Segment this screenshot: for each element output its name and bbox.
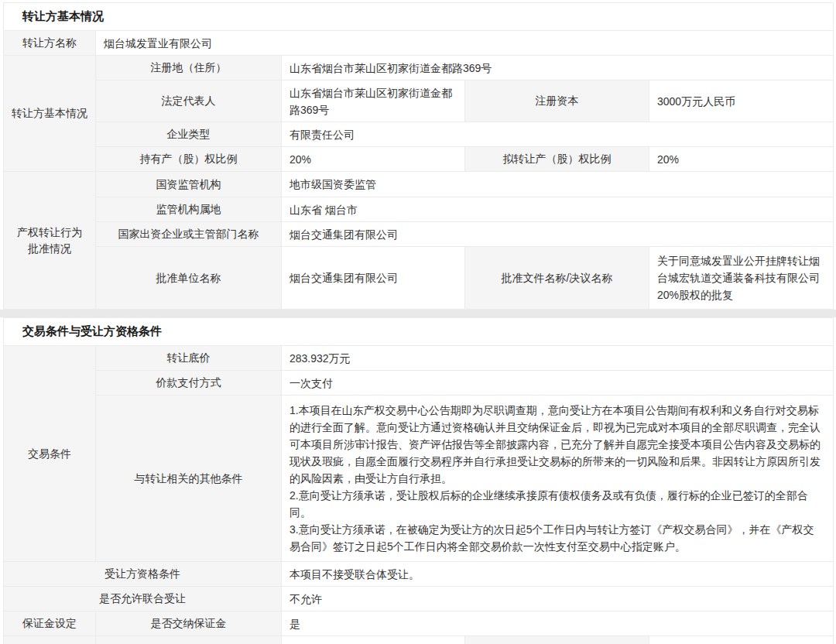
field-label-enterprise-type: 企业类型 (96, 122, 282, 147)
field-value-registered-capital: 3000万元人民币 (649, 80, 834, 122)
other-conditions-paragraph: 3.意向受让方须承诺，在被确定为受让方的次日起5个工作日内与转让方签订《产权交易… (290, 521, 824, 555)
field-label-state-investor-name: 国家出资企业或主管部门名称 (96, 222, 282, 247)
field-value-deposit-deadline: 挂牌截止日17:00前（以银行到账时间为准） (649, 636, 834, 644)
field-value-deposit-amount: 85 (282, 636, 465, 644)
field-value-sasac-authority: 地市级国资委监管 (282, 172, 834, 197)
group-label-transferor-basic: 转让方基本情况 (4, 56, 96, 172)
field-value-held-equity-ratio: 20% (282, 147, 465, 172)
field-label-deposit-deadline: 保证金交纳截止时间要求 (465, 636, 649, 644)
group-label-deposit-setting: 保证金设定 (4, 611, 96, 636)
other-conditions-paragraph: 1.本项目在山东产权交易中心公告期即为尽职调查期，意向受让方在本项目公告期间有权… (290, 402, 824, 487)
section-title-transferor: 转让方基本情况 (4, 3, 834, 31)
field-value-authority-region: 山东省 烟台市 (282, 197, 834, 222)
field-value-enterprise-type: 有限责任公司 (282, 122, 834, 147)
field-label-authority-region: 监管机构属地 (96, 197, 282, 222)
field-label-approval-document: 批准文件名称/决议名称 (465, 247, 649, 310)
field-value-floor-price: 283.932万元 (282, 346, 834, 371)
field-label-floor-price: 转让底价 (96, 346, 282, 371)
field-label-registered-capital: 注册资本 (465, 80, 649, 122)
field-label-joint-transfer-allowed: 是否允许联合受让 (4, 587, 282, 611)
field-label-deposit-required: 是否交纳保证金 (96, 611, 282, 636)
other-conditions-paragraph: 2.意向受让方须承诺，受让股权后标的企业继续承接原有债权债务及或有负债，履行标的… (290, 487, 824, 521)
field-value-transferor-name: 烟台城发置业有限公司 (96, 31, 834, 56)
field-label-transferor-name: 转让方名称 (4, 31, 96, 56)
field-label-approval-unit: 批准单位名称 (96, 247, 282, 310)
section-title-conditions: 交易条件与受让方资格条件 (4, 318, 834, 346)
field-label-sasac-authority: 国资监管机构 (96, 172, 282, 197)
field-label-transferee-qualification: 受让方资格条件 (4, 562, 282, 587)
field-label-held-equity-ratio: 持有产（股）权比例 (96, 147, 282, 172)
field-value-payment-method: 一次支付 (282, 371, 834, 396)
field-value-joint-transfer-allowed: 不允许 (282, 587, 834, 611)
transaction-conditions-table: 交易条件与受让方资格条件 交易条件 转让底价 283.932万元 价款支付方式 … (3, 317, 834, 644)
field-value-approval-document: 关于同意城发置业公开挂牌转让烟台城宏轨道交通装备科技有限公司20%股权的批复 (649, 247, 834, 310)
field-value-state-investor-name: 烟台交通集团有限公司 (282, 222, 834, 247)
field-label-legal-representative: 法定代表人 (96, 80, 282, 122)
field-value-deposit-required: 是 (282, 611, 834, 636)
field-label-payment-method: 价款支付方式 (96, 371, 282, 396)
group-label-approval-status: 产权转让行为 批准情况 (4, 172, 96, 310)
field-value-other-conditions: 1.本项目在山东产权交易中心公告期即为尽职调查期，意向受让方在本项目公告期间有权… (282, 396, 834, 562)
section-divider (0, 310, 836, 317)
field-value-registered-address: 山东省烟台市莱山区初家街道金都路369号 (282, 56, 834, 80)
field-label-deposit-amount: 交纳金额（万元） (96, 636, 282, 644)
field-value-transferee-qualification: 本项目不接受联合体受让。 (282, 562, 834, 587)
field-value-transfer-equity-ratio: 20% (649, 147, 834, 172)
transferor-basic-info-table: 转让方基本情况 转让方名称 烟台城发置业有限公司 转让方基本情况 注册地（住所）… (3, 2, 834, 310)
field-label-other-conditions: 与转让相关的其他条件 (96, 396, 282, 562)
field-value-approval-unit: 烟台交通集团有限公司 (282, 247, 465, 310)
group-label-deposit-detail: 保证金详情 (4, 636, 96, 644)
field-value-legal-representative: 山东省烟台市莱山区初家街道金都路369号 (282, 80, 465, 122)
field-label-transfer-equity-ratio: 拟转让产（股）权比例 (465, 147, 649, 172)
group-label-trade-conditions: 交易条件 (4, 346, 96, 562)
field-label-registered-address: 注册地（住所） (96, 56, 282, 80)
